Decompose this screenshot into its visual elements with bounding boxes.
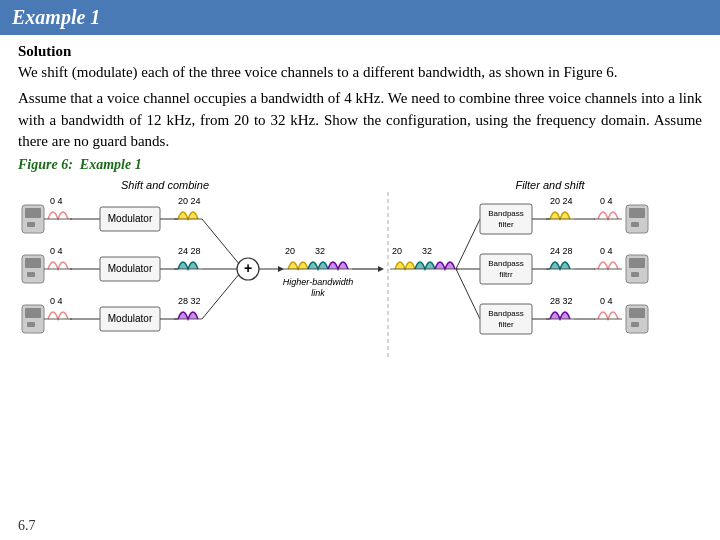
figure-label: Figure 6: Example 1 — [18, 157, 702, 173]
slide-content: Solution We shift (modulate) each of the… — [0, 35, 720, 372]
svg-line-55 — [456, 269, 480, 319]
svg-text:20: 20 — [285, 246, 295, 256]
svg-rect-6 — [27, 272, 35, 277]
svg-text:32: 32 — [315, 246, 325, 256]
figure-title-text: Example 1 — [80, 157, 142, 172]
svg-text:20 24: 20 24 — [550, 196, 573, 206]
svg-text:Modulator: Modulator — [108, 263, 153, 274]
paragraph-2: Assume that a voice channel occupies a b… — [18, 88, 702, 153]
svg-text:Bandpass: Bandpass — [488, 309, 524, 318]
svg-rect-8 — [25, 308, 41, 318]
solution-label: Solution — [18, 43, 702, 60]
svg-marker-47 — [378, 266, 384, 272]
svg-text:filtrr: filtrr — [499, 270, 513, 279]
svg-text:link: link — [311, 288, 325, 298]
svg-rect-91 — [631, 322, 639, 327]
header-title: Example 1 — [12, 6, 100, 28]
svg-rect-83 — [631, 272, 639, 277]
svg-text:24 28: 24 28 — [178, 246, 201, 256]
paragraph-1: We shift (modulate) each of the three vo… — [18, 62, 702, 84]
svg-text:0  4: 0 4 — [50, 196, 63, 206]
svg-text:filter: filter — [498, 220, 513, 229]
svg-rect-82 — [629, 258, 645, 268]
svg-rect-5 — [25, 258, 41, 268]
svg-line-53 — [456, 219, 480, 269]
svg-line-36 — [202, 273, 240, 319]
svg-text:32: 32 — [422, 246, 432, 256]
figure-label-text: Figure 6: — [18, 157, 73, 172]
svg-line-34 — [202, 219, 240, 265]
svg-rect-3 — [27, 222, 35, 227]
svg-rect-9 — [27, 322, 35, 327]
diagram-svg: Shift and combine 0 4 0 4 0 — [20, 177, 700, 372]
svg-rect-90 — [629, 308, 645, 318]
svg-rect-75 — [631, 222, 639, 227]
svg-text:Shift and combine: Shift and combine — [121, 179, 209, 191]
svg-rect-2 — [25, 208, 41, 218]
svg-text:0  4: 0 4 — [600, 296, 613, 306]
svg-text:Bandpass: Bandpass — [488, 209, 524, 218]
svg-text:24 28: 24 28 — [550, 246, 573, 256]
slide-header: Example 1 — [0, 0, 720, 35]
svg-text:Filter and shift: Filter and shift — [515, 179, 585, 191]
svg-text:filter: filter — [498, 320, 513, 329]
svg-text:Modulator: Modulator — [108, 213, 153, 224]
svg-text:Bandpass: Bandpass — [488, 259, 524, 268]
diagram-area: Shift and combine 0 4 0 4 0 — [18, 177, 702, 372]
svg-text:0  4: 0 4 — [600, 196, 613, 206]
page-number: 6.7 — [18, 518, 36, 534]
svg-text:0  4: 0 4 — [50, 296, 63, 306]
svg-text:20 24: 20 24 — [178, 196, 201, 206]
svg-text:0  4: 0 4 — [600, 246, 613, 256]
svg-text:+: + — [244, 260, 252, 276]
svg-text:Modulator: Modulator — [108, 313, 153, 324]
svg-text:28 32: 28 32 — [178, 296, 201, 306]
svg-text:20: 20 — [392, 246, 402, 256]
svg-text:28 32: 28 32 — [550, 296, 573, 306]
svg-rect-74 — [629, 208, 645, 218]
svg-text:0  4: 0 4 — [50, 246, 63, 256]
svg-text:Higher-bandwidth: Higher-bandwidth — [283, 277, 353, 287]
